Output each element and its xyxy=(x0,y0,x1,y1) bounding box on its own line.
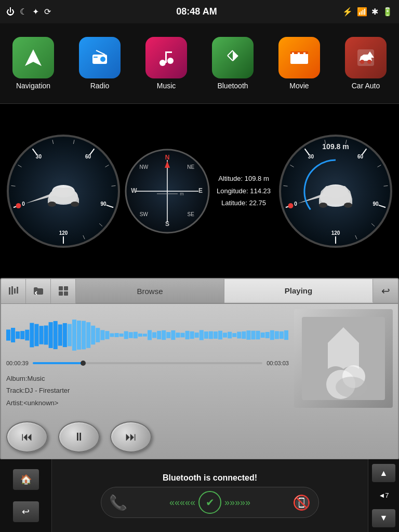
battery-icon: 🔋 xyxy=(382,7,393,17)
rotate-icon: ⟳ xyxy=(44,7,51,17)
bottom-bar: 🏠 ↩ Bluetooth is connected! 📞 ««««« ✔ »»… xyxy=(0,459,399,532)
svg-line-4 xyxy=(96,50,105,55)
tab-browse[interactable]: Browse xyxy=(76,279,224,303)
wifi-icon: 📶 xyxy=(357,7,367,17)
next-button[interactable]: ⏭ xyxy=(110,421,152,453)
music-label: Music xyxy=(157,82,176,90)
app-carauto[interactable]: Car Auto xyxy=(345,37,387,90)
pause-button[interactable]: ⏸ xyxy=(58,421,100,453)
app-navigation[interactable]: Navigation xyxy=(12,37,54,90)
radio-icon xyxy=(79,37,121,78)
call-bar: 📞 ««««« ✔ »»»»» 📵 xyxy=(101,487,319,518)
back-button[interactable]: ↩ xyxy=(13,501,39,522)
svg-point-29 xyxy=(336,377,367,397)
app-movie[interactable]: Movie xyxy=(278,37,320,90)
svg-rect-11 xyxy=(292,52,294,54)
track-info: Album:Music Track:DJ - Firestarter Artis… xyxy=(6,373,289,409)
volume-level: ◄7 xyxy=(378,491,389,499)
volume-controls: ▲ ◄7 ▼ xyxy=(368,459,399,532)
svg-point-6 xyxy=(167,58,174,64)
time-current: 00:00:39 xyxy=(6,360,29,366)
music-icon xyxy=(145,37,187,78)
usb-icon: ⚡ xyxy=(342,7,353,17)
svg-rect-21 xyxy=(17,287,18,294)
gauge-info: Altitude: 109.8 m Longitude: 114.23 Lati… xyxy=(217,172,271,209)
svg-point-2 xyxy=(100,57,105,62)
navigation-label: Navigation xyxy=(16,82,50,90)
rear-gauge xyxy=(276,131,395,251)
waveform-canvas xyxy=(6,314,289,356)
waveform-area: 00:00:39 00:03:03 Album:Music Track:DJ -… xyxy=(6,309,289,444)
carauto-label: Car Auto xyxy=(352,82,380,90)
back-folder-button[interactable] xyxy=(26,278,51,303)
svg-rect-25 xyxy=(64,291,68,296)
svg-rect-13 xyxy=(303,52,305,54)
music-player: Browse Playing ↩ 00:00:39 00:03:03 Album… xyxy=(0,278,399,460)
clock: 08:48 AM xyxy=(176,6,217,17)
longitude-value: Longitude: 114.23 xyxy=(217,185,271,197)
carauto-icon xyxy=(345,37,387,78)
progress-dot xyxy=(81,361,86,366)
player-tabs: Browse Playing xyxy=(76,279,373,303)
reject-call-icon[interactable]: 📵 xyxy=(292,494,311,511)
bluetooth-notification: Bluetooth is connected! 📞 ««««« ✔ »»»»» … xyxy=(52,459,368,532)
bluetooth-status: Bluetooth is connected! xyxy=(163,473,257,483)
brightness-icon: ✦ xyxy=(32,7,39,17)
previous-button[interactable]: ⏮ xyxy=(6,421,48,453)
gauges-section: Altitude: 109.8 m Longitude: 114.23 Lati… xyxy=(0,104,399,278)
radio-label: Radio xyxy=(90,82,110,90)
progress-bar[interactable] xyxy=(33,362,262,364)
svg-rect-7 xyxy=(165,51,167,63)
latitude-value: Latitude: 22.75 xyxy=(217,197,271,209)
player-toolbar: Browse Playing ↩ xyxy=(1,279,398,304)
home-button[interactable]: 🏠 xyxy=(13,469,39,490)
svg-rect-8 xyxy=(165,51,172,53)
svg-rect-22 xyxy=(59,286,63,290)
answer-call-icon[interactable]: 📞 xyxy=(109,494,127,511)
svg-rect-18 xyxy=(9,287,10,295)
svg-point-16 xyxy=(367,60,371,64)
app-music[interactable]: Music xyxy=(145,37,187,90)
svg-rect-23 xyxy=(64,286,68,290)
svg-point-15 xyxy=(360,60,364,64)
svg-rect-20 xyxy=(14,288,16,294)
artist-info: Artist:<unknown> xyxy=(6,397,289,409)
altitude-value: Altitude: 109.8 m xyxy=(217,172,271,184)
moon-icon: ☾ xyxy=(20,7,27,17)
accept-button[interactable]: ✔ xyxy=(198,491,221,514)
power-icon: ⏻ xyxy=(6,7,15,17)
chevrons-right: »»»»» xyxy=(224,497,250,508)
time-total: 00:03:03 xyxy=(267,360,289,366)
svg-rect-19 xyxy=(11,286,13,295)
album-info: Album:Music xyxy=(6,373,289,384)
movie-label: Movie xyxy=(289,82,309,90)
volume-down-button[interactable]: ▼ xyxy=(372,509,395,527)
call-controls: ««««« ✔ »»»»» xyxy=(169,491,250,514)
tab-playing[interactable]: Playing xyxy=(224,279,373,303)
album-art xyxy=(294,309,393,408)
bluetooth-app-icon xyxy=(212,37,254,78)
progress-fill xyxy=(33,362,83,364)
navigation-icon xyxy=(12,37,54,78)
equalizer-button[interactable] xyxy=(1,278,26,303)
player-back-button[interactable]: ↩ xyxy=(373,278,398,303)
app-bar: Navigation Radio Music xyxy=(0,23,399,104)
speed-gauge xyxy=(4,131,123,251)
app-bluetooth[interactable]: Bluetooth xyxy=(212,37,254,90)
svg-rect-24 xyxy=(59,291,63,296)
progress-container: 00:00:39 00:03:03 xyxy=(6,360,289,366)
movie-icon xyxy=(278,37,320,78)
app-radio[interactable]: Radio xyxy=(79,37,121,90)
svg-marker-0 xyxy=(25,49,42,66)
playback-controls: ⏮ ⏸ ⏭ xyxy=(6,421,289,453)
svg-rect-12 xyxy=(298,52,300,54)
svg-rect-3 xyxy=(94,57,98,58)
bluetooth-status-icon: ✱ xyxy=(371,7,378,17)
volume-up-button[interactable]: ▲ xyxy=(372,464,395,482)
player-content: 00:00:39 00:03:03 Album:Music Track:DJ -… xyxy=(1,304,398,449)
status-bar: ⏻ ☾ ✦ ⟳ 08:48 AM ⚡ 📶 ✱ 🔋 xyxy=(0,0,399,23)
grid-view-button[interactable] xyxy=(51,278,76,303)
status-left-icons: ⏻ ☾ ✦ ⟳ xyxy=(6,7,51,17)
compass-gauge xyxy=(123,147,211,235)
bluetooth-label: Bluetooth xyxy=(217,82,248,90)
